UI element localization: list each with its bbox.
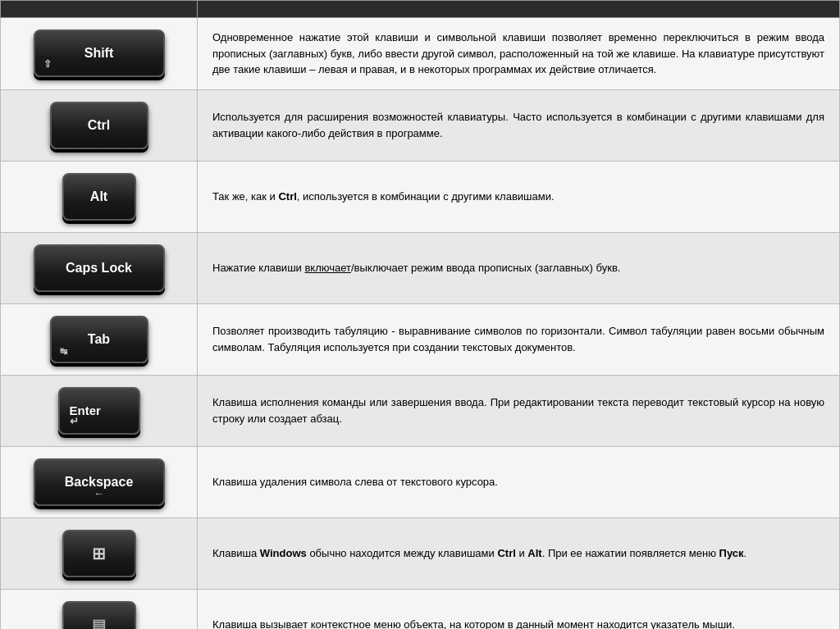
- key-ctrl: Ctrl: [50, 102, 148, 149]
- description-cell: Позволяет производить табуляцию - выравн…: [198, 303, 840, 375]
- description-cell: Клавиша удаления символа слева от тексто…: [198, 446, 840, 517]
- key-cell: Shift ⇧: [1, 18, 198, 90]
- key-cell: Caps Lock: [1, 232, 198, 303]
- key-shift: Shift ⇧: [34, 30, 165, 77]
- key-cell: Alt: [1, 161, 198, 232]
- key-backspace: Backspace ←: [34, 458, 165, 506]
- table-row: Tab ↹ Позволяет производить табуляцию - …: [1, 303, 840, 375]
- key-cell: Tab ↹: [1, 303, 198, 375]
- description-cell: Одновременное нажатие этой клавиши и сим…: [198, 18, 840, 90]
- table-row: Backspace ← Клавиша удаления символа сле…: [1, 446, 840, 517]
- description-cell: Так же, как и Ctrl, используется в комби…: [198, 161, 840, 232]
- key-enter: Enter ↵: [58, 387, 140, 435]
- col-header-action: [198, 1, 840, 18]
- col-header-key: [1, 1, 198, 18]
- key-capslock: Caps Lock: [34, 244, 165, 292]
- table-row: Enter ↵ Клавиша исполнения команды или з…: [1, 375, 840, 446]
- description-cell: Клавиша исполнения команды или завершени…: [198, 375, 840, 446]
- description-cell: Используется для расширения возможностей…: [198, 89, 840, 161]
- description-cell: Клавиша вызывает контекстное меню объект…: [198, 589, 840, 629]
- key-alt: Alt: [62, 173, 136, 221]
- table-row: ⊞ Клавиша Windows обычно находится между…: [1, 517, 840, 589]
- key-windows: ⊞: [62, 530, 136, 577]
- table-row: Alt Так же, как и Ctrl, используется в к…: [1, 161, 840, 232]
- description-cell: Нажатие клавиши включает/выключает режим…: [198, 232, 840, 303]
- table-row: ▤ Клавиша вызывает контекстное меню объе…: [1, 589, 840, 629]
- description-cell: Клавиша Windows обычно находится между к…: [198, 517, 840, 589]
- key-tab: Tab ↹: [50, 316, 148, 363]
- key-cell: Ctrl: [1, 89, 198, 161]
- table-row: Ctrl Используется для расширения возможн…: [1, 89, 840, 161]
- key-cell: Enter ↵: [1, 375, 198, 446]
- key-cell: Backspace ←: [1, 446, 198, 517]
- key-cell: ▤: [1, 589, 198, 629]
- key-cell: ⊞: [1, 517, 198, 589]
- key-context: ▤: [62, 601, 136, 630]
- table-row: Caps Lock Нажатие клавиши включает/выклю…: [1, 232, 840, 303]
- keyboard-table: Shift ⇧ Одновременное нажатие этой клави…: [0, 0, 840, 629]
- table-row: Shift ⇧ Одновременное нажатие этой клави…: [1, 18, 840, 90]
